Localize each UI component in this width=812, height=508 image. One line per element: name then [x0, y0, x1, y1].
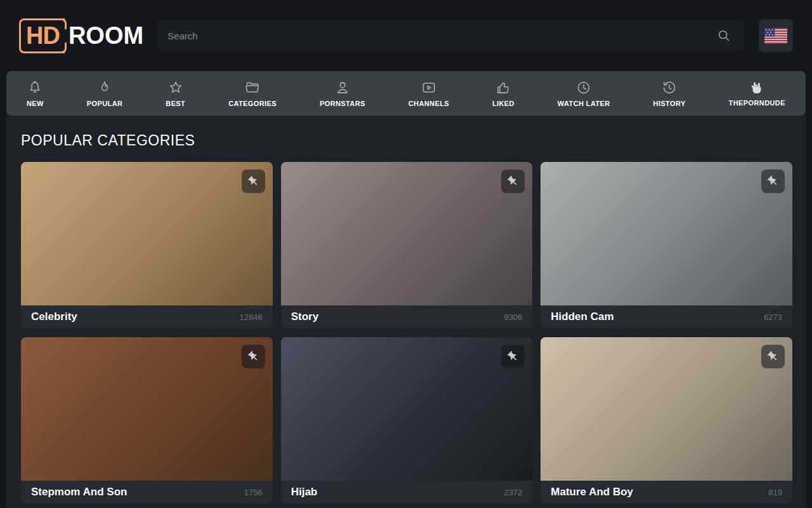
- bell-icon: [27, 79, 43, 96]
- search-input[interactable]: [167, 30, 714, 41]
- site-logo[interactable]: HD ROOM: [19, 18, 143, 53]
- pin-icon: [507, 175, 519, 187]
- category-card-stepmom-and-son[interactable]: Stepmom And Son 1756: [21, 337, 273, 504]
- category-card-mature-and-boy[interactable]: Mature And Boy 819: [540, 337, 792, 504]
- nav-label: PORNSTARS: [320, 100, 365, 107]
- category-count: 2372: [504, 488, 522, 497]
- category-thumbnail[interactable]: [21, 162, 273, 305]
- pin-icon: [767, 351, 779, 363]
- nav-item-watch-later[interactable]: WATCH LATER: [556, 77, 612, 110]
- us-flag-icon: [764, 28, 787, 44]
- category-card-story[interactable]: Story 9306: [281, 162, 533, 328]
- category-card-celebrity[interactable]: Celebrity 12846: [21, 162, 273, 328]
- category-footer: Story 9306: [281, 305, 533, 328]
- pin-icon: [247, 175, 259, 187]
- logo-room-text: ROOM: [69, 22, 143, 50]
- nav-label: CATEGORIES: [228, 100, 277, 107]
- play-channel-icon: [421, 79, 437, 96]
- category-card-hidden-cam[interactable]: Hidden Cam 6273: [540, 162, 792, 328]
- nav-label: NEW: [27, 100, 44, 107]
- category-name: Story: [291, 311, 318, 323]
- clock-icon: [575, 79, 592, 96]
- nav-item-channels[interactable]: CHANNELS: [407, 77, 450, 110]
- pin-icon: [767, 175, 779, 187]
- category-card-hijab[interactable]: Hijab 2372: [281, 337, 533, 504]
- star-icon: [167, 79, 184, 96]
- category-count: 1756: [244, 488, 263, 497]
- category-footer: Celebrity 12846: [21, 305, 273, 328]
- category-name: Mature And Boy: [551, 486, 633, 498]
- pin-button[interactable]: [242, 170, 265, 193]
- nav-label: CHANNELS: [409, 100, 449, 107]
- nav-label: WATCH LATER: [558, 100, 610, 107]
- primary-nav: NEW POPULAR BEST CATEGORIES: [6, 71, 806, 116]
- category-footer: Hijab 2372: [281, 481, 533, 504]
- folder-icon: [244, 79, 261, 96]
- nav-label: LIKED: [492, 100, 514, 107]
- page-title: POPULAR CATEGORIES: [21, 132, 806, 149]
- category-name: Stepmom And Son: [31, 486, 127, 498]
- search-bar: [157, 20, 743, 51]
- pin-icon: [247, 351, 259, 363]
- pin-button[interactable]: [242, 345, 265, 368]
- nav-label: THEPORNDUDE: [729, 99, 785, 107]
- category-count: 819: [768, 488, 782, 497]
- category-thumbnail[interactable]: [281, 162, 533, 305]
- logo-hd-text: HD: [19, 18, 65, 53]
- pin-button[interactable]: [501, 345, 525, 368]
- flame-icon: [96, 79, 113, 96]
- category-name: Hidden Cam: [551, 311, 613, 323]
- category-thumbnail[interactable]: [540, 162, 792, 305]
- hand-icon: [749, 80, 764, 95]
- category-count: 6273: [764, 312, 782, 322]
- history-icon: [661, 79, 678, 96]
- category-footer: Hidden Cam 6273: [540, 305, 792, 328]
- header: HD ROOM: [0, 0, 812, 71]
- nav-label: HISTORY: [653, 100, 686, 107]
- category-thumbnail[interactable]: [281, 337, 533, 481]
- pin-button[interactable]: [761, 345, 785, 368]
- category-name: Celebrity: [31, 311, 77, 323]
- nav-label: POPULAR: [87, 100, 123, 107]
- main-container: NEW POPULAR BEST CATEGORIES: [6, 71, 806, 508]
- person-icon: [334, 79, 351, 96]
- nav-item-liked[interactable]: LIKED: [491, 77, 516, 110]
- nav-item-pornstars[interactable]: PORNSTARS: [318, 77, 367, 110]
- pin-button[interactable]: [761, 170, 785, 193]
- category-footer: Stepmom And Son 1756: [21, 481, 273, 504]
- category-thumbnail[interactable]: [540, 337, 792, 481]
- category-thumbnail[interactable]: [21, 337, 273, 481]
- search-button[interactable]: [714, 26, 733, 45]
- language-flag-button[interactable]: [759, 19, 793, 52]
- category-grid: Celebrity 12846 Story 9306: [6, 162, 806, 504]
- search-icon: [717, 29, 731, 43]
- nav-label: BEST: [166, 100, 185, 107]
- nav-item-theporndude[interactable]: THEPORNDUDE: [728, 77, 787, 109]
- nav-item-new[interactable]: NEW: [25, 77, 45, 110]
- thumbs-up-icon: [495, 79, 511, 96]
- nav-item-best[interactable]: BEST: [164, 77, 187, 110]
- nav-item-categories[interactable]: CATEGORIES: [227, 77, 278, 110]
- pin-icon: [507, 351, 519, 363]
- category-name: Hijab: [291, 486, 318, 498]
- category-count: 12846: [240, 312, 263, 322]
- nav-item-history[interactable]: HISTORY: [652, 77, 687, 110]
- category-count: 9306: [504, 312, 522, 322]
- category-footer: Mature And Boy 819: [540, 481, 792, 504]
- pin-button[interactable]: [501, 170, 525, 193]
- nav-item-popular[interactable]: POPULAR: [86, 77, 124, 110]
